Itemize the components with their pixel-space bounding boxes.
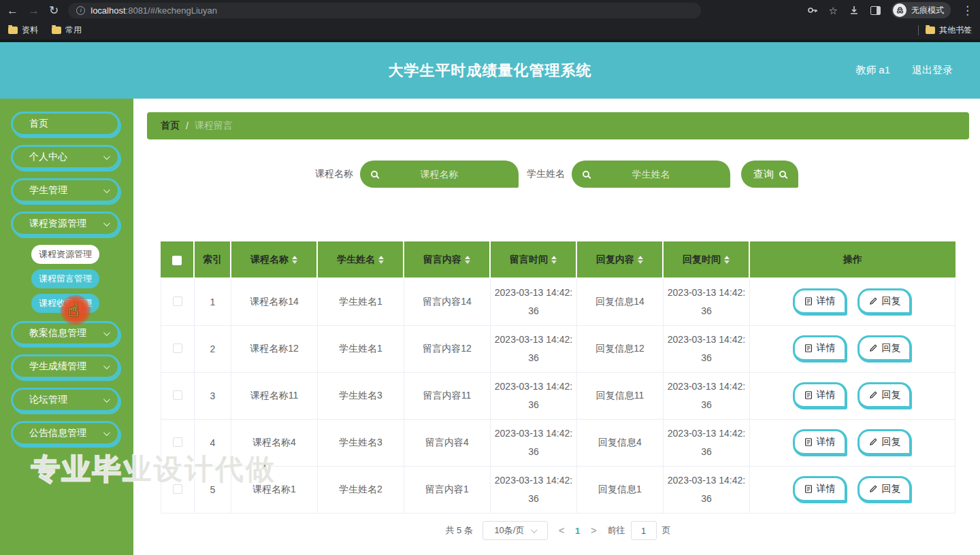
bookmark-folder-changyong[interactable]: 常用 <box>52 24 82 36</box>
row-message-content: 留言内容14 <box>404 279 491 326</box>
col-header-message-time[interactable]: 留言时间 <box>491 241 577 279</box>
goto-page-input[interactable] <box>631 521 657 540</box>
bookmark-folder-ziliao[interactable]: 资料 <box>8 24 38 36</box>
detail-button[interactable]: 详情 <box>793 335 847 363</box>
current-user[interactable]: 教师 a1 <box>855 64 890 77</box>
col-header-message[interactable]: 留言内容 <box>404 241 491 279</box>
address-bar[interactable]: i localhost:8081/#/kechengLiuyan <box>68 3 701 18</box>
student-name-input-wrap <box>572 161 730 188</box>
table-row: 4 课程名称4 学生姓名3 留言内容4 2023-03-13 14:42:36 … <box>161 420 956 467</box>
col-header-student[interactable]: 学生姓名 <box>318 241 404 279</box>
row-checkbox[interactable] <box>173 390 182 400</box>
select-all-checkbox[interactable] <box>172 256 182 265</box>
row-student-name: 学生姓名2 <box>318 467 404 514</box>
detail-button[interactable]: 详情 <box>793 429 847 456</box>
sidebar-item-announcement-mgmt[interactable]: 公告信息管理 <box>11 421 120 445</box>
row-reply-time: 2023-03-13 14:42:36 <box>664 326 750 373</box>
detail-button[interactable]: 详情 <box>793 382 847 409</box>
chevron-down-icon <box>103 220 110 226</box>
reply-button[interactable]: 回复 <box>858 335 912 363</box>
row-actions: 详情 回复 <box>750 467 956 514</box>
row-reply-content: 回复信息14 <box>577 279 664 326</box>
sort-caret-icon[interactable] <box>638 256 643 264</box>
reply-button[interactable]: 回复 <box>858 476 912 503</box>
student-name-input[interactable] <box>572 161 730 188</box>
sort-caret-icon[interactable] <box>465 256 470 264</box>
reply-button[interactable]: 回复 <box>858 382 912 409</box>
row-student-name: 学生姓名1 <box>318 326 404 373</box>
col-header-reply-time[interactable]: 回复时间 <box>664 241 750 279</box>
row-reply-content: 回复信息1 <box>577 467 664 514</box>
course-name-input[interactable] <box>360 161 519 188</box>
sort-caret-icon[interactable] <box>551 256 557 264</box>
prev-page-button[interactable]: < <box>557 525 566 536</box>
reply-button[interactable]: 回复 <box>858 429 912 456</box>
row-message-content: 留言内容12 <box>404 326 491 373</box>
sidebar-item-lesson-plan-mgmt[interactable]: 教案信息管理 <box>11 321 120 346</box>
row-actions: 详情 回复 <box>750 420 956 467</box>
row-checkbox[interactable] <box>173 297 182 306</box>
submenu-course-message[interactable]: 课程留言管理 <box>31 269 99 288</box>
query-button[interactable]: 查询 <box>741 161 798 188</box>
site-info-icon[interactable]: i <box>76 6 85 15</box>
menu-dots-icon[interactable]: ⋮ <box>962 5 973 16</box>
sidebar-item-student-mgmt[interactable]: 学生管理 <box>11 178 120 203</box>
row-index: 4 <box>195 420 231 467</box>
row-index: 2 <box>195 326 231 373</box>
other-bookmarks[interactable]: 其他书签 <box>926 24 972 36</box>
chevron-down-icon <box>531 526 538 533</box>
reply-button[interactable]: 回复 <box>858 288 912 316</box>
side-panel-icon[interactable] <box>870 6 881 15</box>
document-icon <box>804 390 813 400</box>
reload-icon[interactable]: ↻ <box>49 5 59 16</box>
col-header-course[interactable]: 课程名称 <box>231 241 318 279</box>
detail-button[interactable]: 详情 <box>793 476 847 503</box>
main-content: 首页 / 课程留言 课程名称 学生姓名 查询 <box>133 99 980 555</box>
sidebar-item-forum-mgmt[interactable]: 论坛管理 <box>11 388 120 412</box>
sort-caret-icon[interactable] <box>378 256 384 264</box>
bookmark-star-icon[interactable]: ☆ <box>829 5 838 16</box>
submenu-course-favorite[interactable]: 课程收藏管理 <box>31 294 99 313</box>
row-course-name: 课程名称11 <box>231 373 318 420</box>
pencil-icon <box>868 484 878 494</box>
key-icon[interactable] <box>807 5 818 16</box>
row-checkbox[interactable] <box>173 437 182 447</box>
page-size-select[interactable]: 10条/页 <box>483 521 548 540</box>
download-icon[interactable] <box>849 5 860 16</box>
breadcrumb: 首页 / 课程留言 <box>147 112 969 139</box>
breadcrumb-current: 课程留言 <box>195 120 233 132</box>
logout-button[interactable]: 退出登录 <box>912 64 953 77</box>
sort-caret-icon[interactable] <box>292 256 297 264</box>
submenu-course-resource[interactable]: 课程资源管理 <box>31 245 99 264</box>
goto-unit: 页 <box>662 524 671 537</box>
col-header-reply[interactable]: 回复内容 <box>577 241 664 279</box>
row-select-cell <box>161 467 195 514</box>
breadcrumb-home[interactable]: 首页 <box>161 120 180 132</box>
forward-icon[interactable]: → <box>28 5 39 16</box>
page-number-1[interactable]: 1 <box>575 526 580 536</box>
row-checkbox[interactable] <box>173 343 182 353</box>
incognito-icon <box>893 3 906 17</box>
search-icon <box>371 171 378 178</box>
row-select-cell <box>161 326 195 373</box>
row-reply-content: 回复信息11 <box>577 373 664 420</box>
row-actions: 详情 回复 <box>750 279 956 326</box>
row-reply-time: 2023-03-13 14:42:36 <box>664 373 750 420</box>
row-message-content: 留言内容1 <box>404 467 491 514</box>
row-select-cell <box>161 373 195 420</box>
sort-caret-icon[interactable] <box>724 256 730 264</box>
row-checkbox[interactable] <box>173 484 182 494</box>
sidebar-item-course-resource-mgmt[interactable]: 课程资源管理 <box>11 212 120 236</box>
pencil-icon <box>868 343 878 353</box>
url-text[interactable]: localhost:8081/#/kechengLiuyan <box>91 5 217 16</box>
next-page-button[interactable]: > <box>589 525 598 536</box>
sidebar-item-home[interactable]: 首页 <box>11 112 120 136</box>
sidebar-item-student-grade-mgmt[interactable]: 学生成绩管理 <box>11 354 120 379</box>
sidebar: 首页 个人中心 学生管理 课程资源管理 课程资源管理 课程留言管理 课程收藏管理… <box>0 99 133 555</box>
back-icon[interactable]: ← <box>7 5 18 16</box>
sidebar-item-personal-center[interactable]: 个人中心 <box>11 145 120 169</box>
detail-button[interactable]: 详情 <box>793 288 847 316</box>
pencil-icon <box>868 437 878 447</box>
row-message-content: 留言内容4 <box>404 420 491 467</box>
row-message-content: 留言内容11 <box>404 373 491 420</box>
